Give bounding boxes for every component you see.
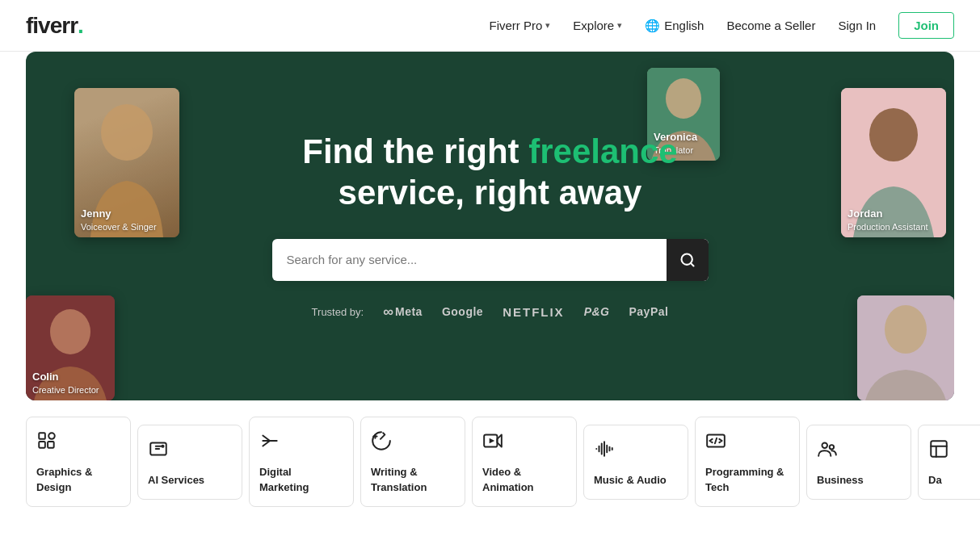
- trusted-bar: Trusted by: ∞ Meta Google NETFLIX P&G Pa…: [272, 304, 709, 320]
- colin-label: Colin Creative Director: [32, 371, 99, 396]
- category-label-digital-marketing: Digital Marketing: [259, 466, 309, 493]
- hero-title-line1: Find the right: [302, 132, 528, 170]
- svg-rect-15: [48, 442, 54, 448]
- nav-sign-in[interactable]: Sign In: [838, 19, 876, 32]
- jenny-name: Jenny: [81, 207, 157, 221]
- search-icon: [679, 252, 696, 268]
- hero-content: Find the right freelance service, right …: [272, 132, 709, 320]
- trusted-google: Google: [442, 305, 483, 318]
- navbar: fiverr . Fiverr Pro ▾ Explore ▾ 🌐 Englis…: [0, 0, 980, 52]
- category-icon-data: [928, 438, 980, 464]
- hero-title-line2: service, right away: [339, 174, 642, 212]
- nav-join-button[interactable]: Join: [898, 12, 954, 39]
- logo-dot: .: [78, 13, 83, 39]
- category-label-ai-services: AI Services: [148, 474, 204, 486]
- svg-point-17: [162, 445, 163, 446]
- category-card-programming-tech[interactable]: Programming & Tech: [695, 417, 800, 507]
- bottom-right-silhouette: [857, 295, 954, 400]
- jordan-label: Jordan Production Assistant: [848, 207, 928, 233]
- category-icon-graphics-design: [36, 430, 120, 456]
- trusted-pg: P&G: [584, 305, 610, 318]
- jordan-name: Jordan: [848, 207, 928, 221]
- category-label-video-animation: Video & Animation: [482, 466, 534, 493]
- category-icon-digital-marketing: [259, 430, 343, 456]
- jenny-role: Voiceover & Singer: [81, 222, 157, 232]
- jordan-role: Production Assistant: [848, 222, 928, 232]
- category-card-ai-services[interactable]: AI Services: [137, 425, 242, 500]
- trusted-netflix: NETFLIX: [503, 305, 565, 319]
- profile-card-jordan: Jordan Production Assistant: [841, 88, 946, 237]
- category-label-music-audio: Music & Audio: [594, 474, 667, 486]
- svg-point-5: [666, 78, 701, 119]
- svg-marker-20: [490, 438, 495, 444]
- category-label-writing-translation: Writing & Translation: [371, 466, 427, 493]
- hero-title-accent: freelance: [528, 132, 677, 170]
- trusted-label: Trusted by:: [312, 306, 364, 318]
- category-icon-business: [817, 438, 901, 464]
- meta-infinity-icon: ∞: [383, 304, 392, 320]
- category-label-data: Da: [928, 474, 942, 486]
- nav-language-label: English: [664, 19, 704, 32]
- colin-role: Creative Director: [32, 385, 99, 395]
- profile-card-bottom-right: [857, 295, 954, 400]
- category-label-business: Business: [817, 474, 864, 486]
- category-card-writing-translation[interactable]: Writing & Translation: [360, 417, 465, 507]
- category-icon-music-audio: [594, 438, 678, 464]
- svg-point-9: [885, 305, 927, 354]
- category-icon-video-animation: [482, 430, 566, 456]
- svg-point-13: [48, 433, 55, 439]
- nav-fiverr-pro[interactable]: Fiverr Pro ▾: [489, 19, 550, 32]
- svg-rect-31: [931, 441, 947, 457]
- svg-point-3: [50, 309, 90, 354]
- nav-become-seller[interactable]: Become a Seller: [726, 19, 815, 32]
- category-icon-writing-translation: [371, 430, 455, 456]
- colin-name: Colin: [32, 371, 99, 384]
- nav-explore-chevron: ▾: [617, 20, 622, 31]
- svg-point-30: [830, 445, 834, 449]
- trusted-paypal: PayPal: [629, 305, 668, 318]
- category-card-digital-marketing[interactable]: Digital Marketing: [249, 417, 354, 507]
- profile-card-colin: Colin Creative Director: [26, 295, 115, 400]
- search-input[interactable]: [272, 253, 667, 266]
- nav-language[interactable]: 🌐 English: [645, 19, 704, 33]
- category-card-music-audio[interactable]: Music & Audio: [583, 425, 688, 500]
- nav-explore-label: Explore: [573, 19, 614, 32]
- navbar-center: Fiverr Pro ▾ Explore ▾ 🌐 English Become …: [489, 12, 954, 39]
- category-card-graphics-design[interactable]: Graphics & Design: [26, 417, 131, 507]
- trusted-meta: ∞ Meta: [383, 304, 423, 320]
- svg-point-29: [822, 442, 828, 448]
- svg-rect-12: [39, 433, 45, 439]
- category-label-programming-tech: Programming & Tech: [705, 466, 784, 493]
- category-icon-programming-tech: [705, 430, 789, 456]
- search-button[interactable]: [667, 239, 709, 281]
- categories-bar: Graphics & Design AI Services Digital Ma…: [0, 400, 980, 523]
- svg-point-7: [869, 108, 918, 161]
- hero-section: Jenny Voiceover & Singer Colin Creative …: [26, 52, 954, 400]
- nav-explore[interactable]: Explore ▾: [573, 19, 622, 32]
- globe-icon: 🌐: [645, 19, 660, 33]
- jenny-label: Jenny Voiceover & Singer: [81, 207, 157, 233]
- hero-title: Find the right freelance service, right …: [272, 132, 709, 213]
- svg-line-11: [690, 263, 693, 266]
- category-card-business[interactable]: Business: [806, 425, 911, 500]
- category-card-video-animation[interactable]: Video & Animation: [472, 417, 577, 507]
- hero-search-bar[interactable]: [272, 239, 709, 281]
- profile-card-jenny: Jenny Voiceover & Singer: [74, 88, 179, 237]
- svg-rect-14: [39, 442, 45, 448]
- category-card-data[interactable]: Da: [918, 425, 980, 500]
- nav-pro-chevron: ▾: [545, 20, 550, 31]
- nav-pro-label: Fiverr Pro: [489, 19, 542, 32]
- category-label-graphics-design: Graphics & Design: [36, 466, 92, 493]
- logo-text: fiverr: [26, 13, 78, 39]
- logo[interactable]: fiverr .: [26, 13, 83, 39]
- category-icon-ai-services: [148, 438, 232, 464]
